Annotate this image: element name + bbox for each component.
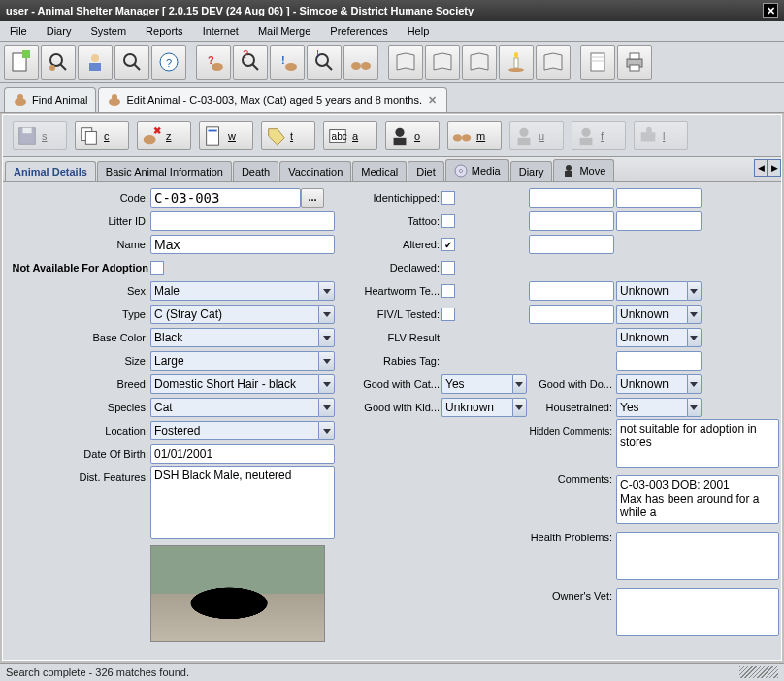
chevron-down-icon[interactable] <box>687 374 702 394</box>
features-field[interactable]: DSH Black Male, neutered <box>150 466 335 539</box>
ident-date-field[interactable] <box>529 188 614 208</box>
code-field[interactable] <box>150 188 301 208</box>
menu-internet[interactable]: Internet <box>193 21 248 41</box>
chevron-down-icon[interactable] <box>318 351 335 371</box>
declawed-checkbox[interactable] <box>441 261 455 275</box>
lost-animal-icon[interactable]: ? <box>196 45 231 80</box>
chevron-down-icon[interactable] <box>687 398 702 417</box>
tab-edit-animal[interactable]: Edit Animal - C-03-003, Max (Cat) aged 5… <box>98 87 446 112</box>
fivl-date-field[interactable] <box>529 305 614 324</box>
search-found-icon[interactable]: ! <box>307 45 342 80</box>
menu-diary[interactable]: Diary <box>37 21 82 41</box>
tabs-scroll-left-icon[interactable]: ◀ <box>754 159 768 177</box>
health-field[interactable] <box>616 532 779 580</box>
found-animal-icon[interactable]: ! <box>270 45 305 80</box>
help-icon[interactable]: ? <box>151 45 186 80</box>
tab-move[interactable]: Move <box>553 159 614 181</box>
chevron-down-icon[interactable] <box>687 328 702 347</box>
match-icon[interactable] <box>343 45 378 80</box>
candle-icon[interactable] <box>499 45 534 80</box>
book3-icon[interactable] <box>462 45 497 80</box>
menu-file[interactable]: File <box>0 21 37 41</box>
code-browse-button[interactable]: ... <box>301 188 324 208</box>
chevron-down-icon[interactable] <box>318 281 335 301</box>
tab-death[interactable]: Death <box>233 161 278 181</box>
comments-field[interactable]: C-03-003 DOB: 2001 Max has been around f… <box>616 475 779 524</box>
gooddog-combo[interactable] <box>616 374 702 394</box>
heartworm-checkbox[interactable] <box>441 284 455 298</box>
delete-button[interactable]: ✖ z <box>137 121 191 150</box>
rabies-field[interactable] <box>616 351 702 371</box>
dob-field[interactable] <box>150 444 335 464</box>
close-icon[interactable]: ✕ <box>763 3 778 18</box>
tattoo-checkbox[interactable] <box>441 214 455 228</box>
tab-medical[interactable]: Medical <box>352 161 407 181</box>
printer-icon[interactable] <box>617 45 652 80</box>
tab-media[interactable]: Media <box>445 159 509 181</box>
tattoo-date-field[interactable] <box>529 211 614 231</box>
text-button[interactable]: abc a <box>323 121 377 150</box>
altered-checkbox[interactable] <box>441 238 455 251</box>
chevron-down-icon[interactable] <box>318 374 335 394</box>
menu-system[interactable]: System <box>81 21 136 41</box>
chevron-down-icon[interactable] <box>687 305 702 324</box>
menu-preferences[interactable]: Preferences <box>320 21 397 41</box>
search-animal-icon[interactable] <box>41 45 76 80</box>
chevron-down-icon[interactable] <box>512 398 527 417</box>
ident-checkbox[interactable] <box>441 191 455 205</box>
chevron-down-icon[interactable] <box>318 328 335 347</box>
menu-mailmerge[interactable]: Mail Merge <box>248 21 320 41</box>
resize-grip-icon[interactable] <box>739 666 778 678</box>
fivl-checkbox[interactable] <box>441 308 455 321</box>
new-owner-icon[interactable] <box>78 45 113 80</box>
name-field[interactable] <box>150 235 335 254</box>
owner-button[interactable]: o <box>385 121 440 150</box>
menu-reports[interactable]: Reports <box>136 21 193 41</box>
sex-combo[interactable] <box>150 281 335 301</box>
chevron-down-icon[interactable] <box>512 374 527 394</box>
document-button[interactable]: w <box>199 121 253 150</box>
new-animal-icon[interactable] <box>4 45 39 80</box>
hidden-comments-field[interactable]: not suitable for adoption in stores <box>616 419 779 468</box>
ident-num-field[interactable] <box>616 188 702 208</box>
book1-icon[interactable] <box>388 45 423 80</box>
chevron-down-icon[interactable] <box>318 398 335 417</box>
breed-combo[interactable] <box>150 374 335 394</box>
notavail-checkbox[interactable] <box>150 261 164 275</box>
heartworm-result-combo[interactable] <box>616 281 702 301</box>
chevron-down-icon[interactable] <box>318 421 335 440</box>
house-combo[interactable] <box>616 398 702 417</box>
flv-result-combo[interactable] <box>616 328 702 347</box>
litter-field[interactable] <box>150 211 335 231</box>
chevron-down-icon[interactable] <box>687 281 702 301</box>
location-combo[interactable] <box>150 421 335 440</box>
tab-diet[interactable]: Diet <box>408 161 444 181</box>
type-combo[interactable] <box>150 305 335 324</box>
tab-animal-details[interactable]: Animal Details <box>5 161 96 181</box>
size-combo[interactable] <box>150 351 335 371</box>
search-lost-icon[interactable]: ? <box>233 45 268 80</box>
tab-basic-info[interactable]: Basic Animal Information <box>97 161 232 181</box>
fivl-result-combo[interactable] <box>616 305 702 324</box>
tag-button[interactable]: t <box>261 121 315 150</box>
tattoo-num-field[interactable] <box>616 211 702 231</box>
match-button[interactable]: m <box>447 121 502 150</box>
book2-icon[interactable] <box>425 45 460 80</box>
menu-help[interactable]: Help <box>398 21 440 41</box>
tab-vaccination[interactable]: Vaccination <box>279 161 351 181</box>
species-combo[interactable] <box>150 398 335 417</box>
notebook-icon[interactable] <box>580 45 615 80</box>
search-owner-icon[interactable] <box>114 45 149 80</box>
tab-diary[interactable]: Diary <box>510 161 553 181</box>
tabs-scroll-right-icon[interactable]: ▶ <box>768 159 781 177</box>
clone-button[interactable]: c <box>75 121 129 150</box>
chevron-down-icon[interactable] <box>318 305 335 324</box>
goodkid-combo[interactable] <box>441 398 527 417</box>
heartworm-date-field[interactable] <box>529 281 614 301</box>
book4-icon[interactable] <box>536 45 571 80</box>
basecolor-combo[interactable] <box>150 328 335 347</box>
goodcat-combo[interactable] <box>441 374 527 394</box>
vet-field[interactable] <box>616 588 779 636</box>
tab-close-icon[interactable]: ✕ <box>426 94 439 107</box>
tab-find-animal[interactable]: Find Animal <box>4 87 96 112</box>
